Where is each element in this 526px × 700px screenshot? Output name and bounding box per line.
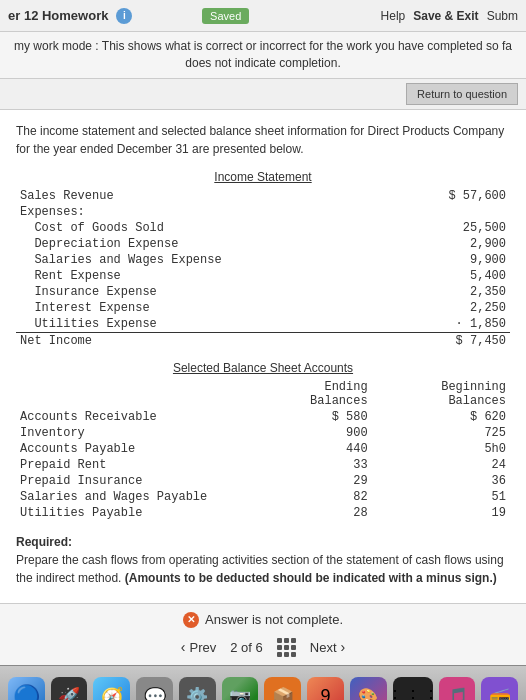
help-button[interactable]: Help bbox=[381, 9, 406, 23]
income-row-label: Insurance Expense bbox=[16, 284, 337, 300]
balance-row-label: Accounts Payable bbox=[16, 441, 238, 457]
required-note: (Amounts to be deducted should be indica… bbox=[125, 571, 497, 585]
prev-label: Prev bbox=[189, 640, 216, 655]
balance-row-label: Inventory bbox=[16, 425, 238, 441]
next-button[interactable]: Next › bbox=[310, 639, 345, 655]
page-current: 2 bbox=[230, 640, 237, 655]
dock-music[interactable]: 🎵 bbox=[439, 677, 476, 700]
balance-sheet-title: Selected Balance Sheet Accounts bbox=[16, 361, 510, 375]
income-statement-title: Income Statement bbox=[16, 170, 510, 184]
income-row-value: 2,350 bbox=[337, 284, 510, 300]
dock-app1[interactable]: ⚙️ bbox=[179, 677, 216, 700]
next-arrow-icon: › bbox=[341, 639, 346, 655]
table-row: Accounts Payable 440 5h0 bbox=[16, 441, 510, 457]
balance-col-label bbox=[16, 379, 238, 409]
net-income-row: Net Income $ 7,450 bbox=[16, 332, 510, 349]
balance-row-ending: 900 bbox=[238, 425, 371, 441]
prev-button[interactable]: ‹ Prev bbox=[181, 639, 216, 655]
dock-app4[interactable]: 🎨 bbox=[350, 677, 387, 700]
income-row-label: Utilities Expense bbox=[16, 316, 337, 333]
answer-status-icon: ✕ bbox=[183, 612, 199, 628]
dock-app3[interactable]: 9 bbox=[307, 677, 344, 700]
required-section: Required: Prepare the cash flows from op… bbox=[16, 533, 510, 587]
balance-row-ending: 29 bbox=[238, 473, 371, 489]
top-bar-actions: Help Save & Exit Subm bbox=[381, 9, 518, 23]
table-row: Interest Expense 2,250 bbox=[16, 300, 510, 316]
balance-row-ending: 82 bbox=[238, 489, 371, 505]
return-to-question-button[interactable]: Return to question bbox=[406, 83, 518, 105]
dock-messages[interactable]: 💬 bbox=[136, 677, 173, 700]
balance-col-beginning: BeginningBalances bbox=[372, 379, 510, 409]
grid-icon[interactable] bbox=[277, 638, 296, 657]
table-row: Prepaid Insurance 29 36 bbox=[16, 473, 510, 489]
income-row-value: 5,400 bbox=[337, 268, 510, 284]
balance-row-label: Prepaid Insurance bbox=[16, 473, 238, 489]
dock-launchpad[interactable]: 🚀 bbox=[51, 677, 88, 700]
income-row-label: Rent Expense bbox=[16, 268, 337, 284]
income-row-label: Sales Revenue bbox=[16, 188, 337, 204]
income-row-label: Interest Expense bbox=[16, 300, 337, 316]
balance-row-beginning: $ 620 bbox=[372, 409, 510, 425]
dock-safari[interactable]: 🧭 bbox=[93, 677, 130, 700]
income-row-label: Salaries and Wages Expense bbox=[16, 252, 337, 268]
balance-row-beginning: 24 bbox=[372, 457, 510, 473]
table-row: Rent Expense 5,400 bbox=[16, 268, 510, 284]
net-income-label: Net Income bbox=[16, 332, 337, 349]
homework-title: er 12 Homework bbox=[8, 8, 108, 23]
page-of: of bbox=[241, 640, 252, 655]
table-row: Utilities Payable 28 19 bbox=[16, 505, 510, 521]
income-row-value: 2,250 bbox=[337, 300, 510, 316]
required-label: Required: bbox=[16, 535, 72, 549]
income-row-label: Depreciation Expense bbox=[16, 236, 337, 252]
table-row: Expenses: bbox=[16, 204, 510, 220]
table-row: Inventory 900 725 bbox=[16, 425, 510, 441]
info-icon[interactable]: i bbox=[116, 8, 132, 24]
balance-row-beginning: 5h0 bbox=[372, 441, 510, 457]
answer-status-text: Answer is not complete. bbox=[205, 612, 343, 627]
balance-row-beginning: 51 bbox=[372, 489, 510, 505]
income-row-label: Cost of Goods Sold bbox=[16, 220, 337, 236]
balance-sheet: Selected Balance Sheet Accounts EndingBa… bbox=[16, 361, 510, 521]
income-row-value: 2,900 bbox=[337, 236, 510, 252]
balance-row-label: Prepaid Rent bbox=[16, 457, 238, 473]
income-row-value: 9,900 bbox=[337, 252, 510, 268]
balance-row-label: Salaries and Wages Payable bbox=[16, 489, 238, 505]
save-exit-button[interactable]: Save & Exit bbox=[413, 9, 478, 23]
table-row: Salaries and Wages Expense 9,900 bbox=[16, 252, 510, 268]
balance-sheet-table: EndingBalances BeginningBalances Account… bbox=[16, 379, 510, 521]
balance-row-ending: 33 bbox=[238, 457, 371, 473]
dock-photos[interactable]: 📷 bbox=[222, 677, 259, 700]
net-income-value: $ 7,450 bbox=[337, 332, 510, 349]
table-row: Insurance Expense 2,350 bbox=[16, 284, 510, 300]
dock-finder[interactable]: 🔵 bbox=[8, 677, 45, 700]
submit-button[interactable]: Subm bbox=[487, 9, 518, 23]
saved-badge: Saved bbox=[202, 8, 249, 24]
income-statement: Income Statement Sales Revenue $ 57,600 … bbox=[16, 170, 510, 349]
prev-arrow-icon: ‹ bbox=[181, 639, 186, 655]
dock-podcast[interactable]: 📻 bbox=[481, 677, 518, 700]
dock-app5[interactable]: ⋮⋮⋮ bbox=[393, 677, 433, 700]
intro-text: The income statement and selected balanc… bbox=[16, 122, 510, 158]
table-row: Salaries and Wages Payable 82 51 bbox=[16, 489, 510, 505]
dock-app2[interactable]: 📦 bbox=[264, 677, 301, 700]
notice-text: my work mode : This shows what is correc… bbox=[14, 39, 512, 70]
balance-row-label: Accounts Receivable bbox=[16, 409, 238, 425]
top-bar: er 12 Homework i Saved Help Save & Exit … bbox=[0, 0, 526, 32]
income-statement-table: Sales Revenue $ 57,600 Expenses: Cost of… bbox=[16, 188, 510, 349]
income-row-value bbox=[337, 204, 510, 220]
table-row: Prepaid Rent 33 24 bbox=[16, 457, 510, 473]
table-row: Utilities Expense · 1,850 bbox=[16, 316, 510, 333]
table-row: Cost of Goods Sold 25,500 bbox=[16, 220, 510, 236]
balance-row-beginning: 19 bbox=[372, 505, 510, 521]
dock-bar: 🔵 🚀 🧭 💬 ⚙️ 📷 📦 9 🎨 ⋮⋮⋮ 🎵 📻 bbox=[0, 665, 526, 700]
balance-col-ending: EndingBalances bbox=[238, 379, 371, 409]
balance-row-ending: $ 580 bbox=[238, 409, 371, 425]
balance-row-ending: 28 bbox=[238, 505, 371, 521]
income-row-value: 25,500 bbox=[337, 220, 510, 236]
table-row: Accounts Receivable $ 580 $ 620 bbox=[16, 409, 510, 425]
next-label: Next bbox=[310, 640, 337, 655]
income-row-label: Expenses: bbox=[16, 204, 337, 220]
bottom-area: ✕ Answer is not complete. ‹ Prev 2 of 6 … bbox=[0, 603, 526, 665]
table-row: Sales Revenue $ 57,600 bbox=[16, 188, 510, 204]
notice-bar: my work mode : This shows what is correc… bbox=[0, 32, 526, 79]
